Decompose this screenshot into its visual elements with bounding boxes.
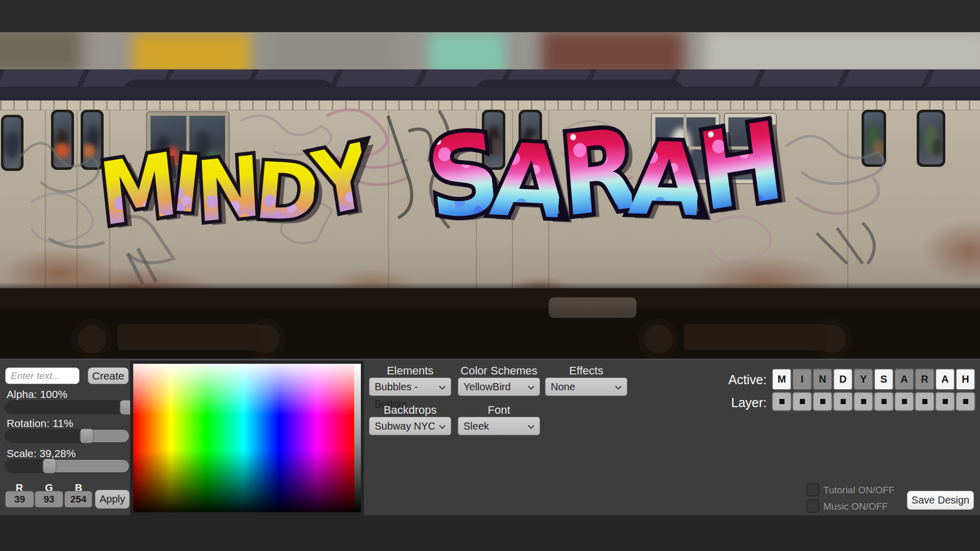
graffiti-word-mindy[interactable]: MINDY [100, 142, 367, 231]
color-schemes-value: YellowBird [463, 381, 511, 392]
layer-square-icon [820, 399, 825, 404]
scale-slider[interactable] [4, 459, 130, 473]
train-step-plate [549, 297, 636, 318]
train-window [862, 110, 886, 167]
alpha-slider[interactable] [4, 400, 130, 414]
music-checkbox[interactable] [806, 499, 819, 513]
chevron-down-icon [528, 422, 534, 429]
layer-square-icon [841, 399, 846, 404]
blur-blob [133, 32, 250, 69]
active-letter-button[interactable]: A [935, 368, 955, 390]
layer-button[interactable] [935, 392, 955, 411]
layer-square-icon [902, 399, 907, 404]
layer-square-icon [779, 399, 785, 404]
backdrops-dropdown[interactable]: Subway NYC [369, 417, 451, 435]
train-window [917, 110, 945, 167]
scale-slider-handle[interactable] [42, 459, 56, 473]
layer-row [772, 392, 975, 411]
b-value[interactable]: 254 [64, 491, 92, 508]
blur-blob [0, 32, 82, 69]
elements-dropdown[interactable]: Bubbles - Bottom [369, 378, 451, 396]
train-door-window [51, 110, 74, 170]
layer-button[interactable] [792, 392, 812, 411]
train-undercarriage [0, 288, 980, 359]
train-wheel [71, 319, 112, 359]
active-letter-button[interactable]: I [792, 368, 812, 390]
blur-blob [704, 32, 980, 69]
top-bar [0, 0, 980, 32]
text-input[interactable]: Enter text... [5, 367, 80, 384]
tutorial-label: Tutorial ON/OFF [823, 485, 895, 496]
app-window: MINDY MINDY SARAH SARAH Enter text... Cr… [0, 0, 980, 551]
chevron-down-icon [615, 383, 622, 390]
blurred-background-wall [0, 32, 980, 69]
rotation-slider-handle[interactable] [80, 429, 94, 443]
train-wheel [638, 319, 679, 359]
effects-label: Effects [545, 364, 627, 378]
effects-dropdown[interactable]: None [545, 378, 627, 396]
g-value[interactable]: 93 [35, 491, 63, 508]
effects-value: None [551, 381, 575, 392]
layer-button[interactable] [772, 392, 792, 411]
chevron-down-icon [439, 422, 446, 429]
layer-button[interactable] [853, 392, 873, 411]
color-gradient[interactable] [133, 364, 355, 512]
backdrops-label: Backdrops [369, 404, 451, 417]
active-letter-button[interactable]: Y [853, 368, 873, 390]
layer-button[interactable] [915, 392, 935, 411]
layer-label: Layer: [721, 395, 767, 410]
blur-blob [265, 32, 398, 69]
active-letter-button[interactable]: D [833, 368, 853, 390]
color-schemes-dropdown[interactable]: YellowBird [458, 378, 540, 396]
train-window [1, 115, 23, 171]
apply-button[interactable]: Apply [95, 490, 130, 509]
font-label: Font [458, 404, 540, 417]
blur-blob [541, 32, 684, 69]
color-schemes-label: Color Schemes [458, 364, 540, 378]
footer-bar: 3DMGAME [0, 515, 980, 551]
active-label: Active: [721, 372, 767, 387]
font-dropdown[interactable]: Sleek [458, 417, 540, 435]
chevron-down-icon [528, 383, 534, 390]
layer-square-icon [922, 399, 927, 404]
train-roof-shadow [0, 87, 980, 101]
backdrops-value: Subway NYC [375, 420, 435, 432]
train-bogie [684, 324, 827, 350]
graffiti-word-sarah[interactable]: SARAH [427, 118, 775, 229]
layer-square-icon [800, 399, 805, 404]
layer-square-icon [861, 399, 866, 404]
layer-square-icon [881, 399, 887, 404]
active-letter-button[interactable]: M [772, 368, 792, 390]
active-letter-button[interactable]: S [874, 368, 894, 390]
save-design-button[interactable]: Save Design [907, 491, 974, 510]
layer-button[interactable] [874, 392, 894, 411]
color-picker[interactable] [130, 361, 364, 515]
active-letter-row: M I N D Y S A R A H [772, 368, 975, 390]
create-button[interactable]: Create [88, 367, 129, 384]
active-letter-button[interactable]: A [894, 368, 914, 390]
blur-blob [429, 32, 505, 69]
layer-button[interactable] [813, 392, 832, 411]
train-bogie [117, 324, 260, 350]
layer-button[interactable] [833, 392, 853, 411]
elements-label: Elements [369, 364, 451, 378]
active-letter-button[interactable]: R [915, 368, 935, 390]
chevron-down-icon [439, 383, 446, 390]
lightness-strip[interactable] [354, 364, 361, 512]
layer-button[interactable] [894, 392, 914, 411]
layer-square-icon [943, 399, 948, 404]
train-skirt [0, 288, 980, 308]
control-panel: Enter text... Create Alpha: 100% Rotatio… [0, 359, 980, 515]
r-value[interactable]: 39 [5, 491, 34, 508]
active-letter-button[interactable]: N [813, 368, 832, 390]
tutorial-checkbox[interactable] [806, 483, 819, 496]
rotation-label: Rotation: 11% [7, 417, 73, 430]
layer-button[interactable] [955, 392, 975, 411]
rotation-slider[interactable] [4, 429, 130, 443]
music-label: Music ON/OFF [823, 501, 888, 512]
active-letter-button[interactable]: H [955, 368, 975, 390]
scale-label: Scale: 39,28% [7, 447, 76, 460]
alpha-label: Alpha: 100% [7, 388, 67, 400]
layer-square-icon [963, 399, 968, 404]
font-value: Sleek [463, 420, 489, 432]
